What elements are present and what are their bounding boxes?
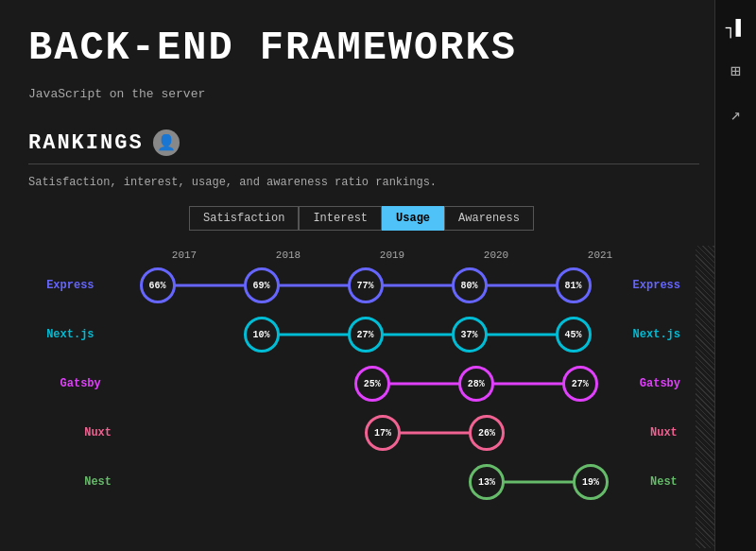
rankings-description: Satisfaction, interest, usage, and aware… — [28, 176, 699, 189]
tab-satisfaction[interactable]: Satisfaction — [189, 206, 299, 231]
node-nest-2021: 19% — [573, 464, 609, 500]
page-title: BACK-END FRAMEWORKS — [28, 26, 699, 70]
table-icon[interactable]: ⊞ — [730, 60, 741, 81]
tabs-container: SatisfactionInterestUsageAwareness — [189, 206, 699, 231]
tab-interest[interactable]: Interest — [299, 206, 382, 231]
chart-row-next.js: Next.js10%27%37%45%Next.js — [38, 318, 680, 352]
chart-area: 20172018201920202021 Express66%69%77%80%… — [38, 250, 680, 499]
year-label-2017: 2017 — [132, 250, 236, 261]
node-express-2019: 77% — [348, 267, 384, 303]
year-label-2019: 2019 — [340, 250, 444, 261]
chart-rows: Express66%69%77%80%81%ExpressNext.js10%2… — [38, 268, 680, 499]
node-next.js-2021: 45% — [556, 317, 592, 353]
tab-awareness[interactable]: Awareness — [444, 206, 534, 231]
chart-row-nuxt: Nuxt17%26%Nuxt — [38, 416, 680, 450]
node-nuxt-2020: 26% — [469, 415, 505, 451]
node-next.js-2018: 10% — [244, 317, 280, 353]
node-nest-2020: 13% — [469, 464, 505, 500]
year-label-2021: 2021 — [548, 250, 652, 261]
node-express-2021: 81% — [556, 267, 592, 303]
node-gatsby-2020: 28% — [458, 366, 494, 402]
year-label-2018: 2018 — [236, 250, 340, 261]
year-labels: 20172018201920202021 — [132, 250, 680, 261]
node-gatsby-2021: 27% — [562, 366, 598, 402]
chart-icon[interactable]: ┐▌ — [726, 19, 747, 38]
left-label-express: Express — [38, 279, 106, 292]
node-gatsby-2019: 25% — [354, 366, 390, 402]
page-subtitle: JavaScript on the server — [28, 87, 699, 101]
right-label-nest: Nest — [650, 475, 678, 489]
node-express-2017: 66% — [140, 267, 176, 303]
right-label-gatsby: Gatsby — [640, 377, 680, 390]
node-next.js-2020: 37% — [452, 317, 488, 353]
year-label-2020: 2020 — [444, 250, 548, 261]
chart-line-next.js — [262, 334, 574, 336]
node-next.js-2019: 27% — [348, 317, 384, 353]
stripe-decoration — [696, 246, 714, 548]
left-label-gatsby: Gatsby — [38, 377, 112, 390]
rankings-title: RANKINGS — [28, 131, 144, 155]
left-label-nuxt: Nuxt — [38, 426, 123, 439]
chart-row-express: Express66%69%77%80%81%Express — [38, 268, 680, 302]
avatar: 👤 — [153, 129, 180, 156]
node-nuxt-2019: 17% — [365, 415, 401, 451]
left-label-next.js: Next.js — [38, 328, 106, 341]
node-express-2020: 80% — [452, 267, 488, 303]
share-icon[interactable]: ↗ — [730, 104, 741, 125]
tab-usage[interactable]: Usage — [382, 206, 444, 231]
rankings-header: RANKINGS 👤 — [28, 129, 699, 156]
chart-row-gatsby: Gatsby25%28%27%Gatsby — [38, 367, 680, 401]
sidebar: ┐▌ ⊞ ↗ — [714, 0, 756, 551]
right-label-next.js: Next.js — [633, 328, 680, 341]
right-label-express: Express — [633, 279, 680, 292]
chart-row-nest: Nest13%19%Nest — [38, 465, 680, 499]
left-label-nest: Nest — [38, 475, 123, 489]
right-label-nuxt: Nuxt — [650, 426, 678, 439]
section-divider — [28, 164, 699, 164]
node-express-2018: 69% — [244, 267, 280, 303]
